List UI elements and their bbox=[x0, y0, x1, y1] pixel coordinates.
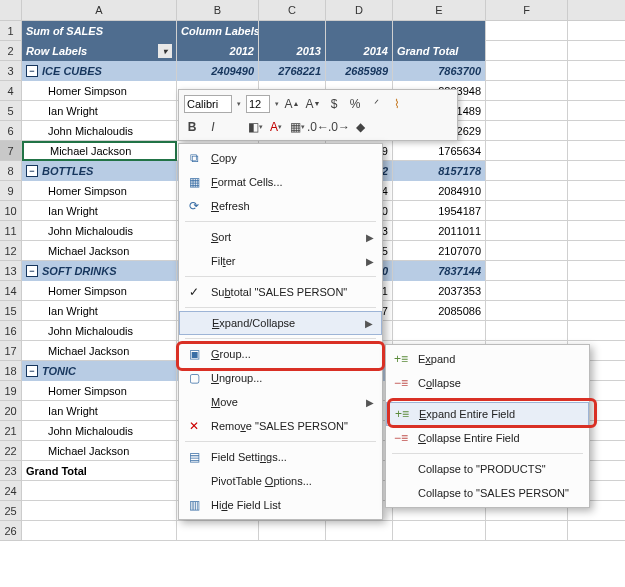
ctx-remove[interactable]: ✕Remove "SALES PERSON" bbox=[179, 414, 382, 438]
cell[interactable] bbox=[486, 81, 568, 101]
person-cell[interactable]: John Michaloudis bbox=[22, 321, 177, 341]
row-header-10[interactable]: 10 bbox=[0, 201, 22, 221]
cell[interactable] bbox=[259, 21, 326, 41]
cell[interactable]: 2685989 bbox=[326, 61, 393, 81]
col-header-A[interactable]: A bbox=[22, 0, 177, 20]
cell[interactable] bbox=[486, 21, 568, 41]
cell[interactable] bbox=[486, 201, 568, 221]
font-name-dropdown-icon[interactable]: ▾ bbox=[237, 100, 241, 108]
cell[interactable] bbox=[486, 141, 568, 161]
cell[interactable] bbox=[486, 121, 568, 141]
person-cell[interactable]: Homer Simpson bbox=[22, 181, 177, 201]
person-cell[interactable]: John Michaloudis bbox=[22, 121, 177, 141]
year-2014[interactable]: 2014 bbox=[326, 41, 393, 61]
row-header-24[interactable]: 24 bbox=[0, 481, 22, 501]
cell[interactable]: 1954187 bbox=[393, 201, 486, 221]
person-cell[interactable]: Michael Jackson bbox=[22, 341, 177, 361]
cell[interactable] bbox=[22, 481, 177, 501]
person-cell[interactable]: Ian Wright bbox=[22, 401, 177, 421]
sub-collapse-entire-field[interactable]: −≡Collapse Entire Field bbox=[386, 426, 589, 450]
decrease-decimal-icon[interactable]: .0← bbox=[310, 119, 326, 135]
person-cell[interactable]: Homer Simpson bbox=[22, 281, 177, 301]
row-header-22[interactable]: 22 bbox=[0, 441, 22, 461]
year-2013[interactable]: 2013 bbox=[259, 41, 326, 61]
font-name-input[interactable] bbox=[184, 95, 232, 113]
ctx-group[interactable]: ▣Group... bbox=[179, 342, 382, 366]
cell[interactable]: 2085086 bbox=[393, 301, 486, 321]
person-cell[interactable]: Homer Simpson bbox=[22, 381, 177, 401]
col-header-D[interactable]: D bbox=[326, 0, 393, 20]
cell[interactable]: 2037353 bbox=[393, 281, 486, 301]
row-header-11[interactable]: 11 bbox=[0, 221, 22, 241]
column-labels-dropdown[interactable]: Column Labels▾ bbox=[177, 21, 259, 41]
sub-expand-entire-field[interactable]: +≡Expand Entire Field bbox=[386, 402, 589, 426]
cell[interactable]: 2084910 bbox=[393, 181, 486, 201]
row-header-3[interactable]: 3 bbox=[0, 61, 22, 81]
ctx-filter[interactable]: Filter▶ bbox=[179, 249, 382, 273]
person-cell[interactable]: Michael Jackson bbox=[22, 141, 177, 161]
italic-icon[interactable]: I bbox=[205, 119, 221, 135]
row-header-2[interactable]: 2 bbox=[0, 41, 22, 61]
cell[interactable] bbox=[486, 221, 568, 241]
row-header-7[interactable]: 7 bbox=[0, 141, 22, 161]
col-header-E[interactable]: E bbox=[393, 0, 486, 20]
sub-collapse-salesperson[interactable]: Collapse to "SALES PERSON" bbox=[386, 481, 589, 505]
person-cell[interactable]: Ian Wright bbox=[22, 301, 177, 321]
cell[interactable]: 7837144 bbox=[393, 261, 486, 281]
ctx-format-cells[interactable]: ▦Format Cells... bbox=[179, 170, 382, 194]
row-header-4[interactable]: 4 bbox=[0, 81, 22, 101]
row-header-8[interactable]: 8 bbox=[0, 161, 22, 181]
row-header-13[interactable]: 13 bbox=[0, 261, 22, 281]
cell[interactable]: 2107070 bbox=[393, 241, 486, 261]
row-labels-dropdown-icon[interactable]: ▾ bbox=[158, 44, 172, 58]
col-header-C[interactable]: C bbox=[259, 0, 326, 20]
ctx-expand-collapse[interactable]: Expand/Collapse▶ bbox=[179, 311, 382, 335]
grand-total-row[interactable]: Grand Total bbox=[22, 461, 177, 481]
person-cell[interactable]: Ian Wright bbox=[22, 101, 177, 121]
row-header-9[interactable]: 9 bbox=[0, 181, 22, 201]
col-header-F[interactable]: F bbox=[486, 0, 568, 20]
ctx-pivot-options[interactable]: PivotTable Options... bbox=[179, 469, 382, 493]
cell[interactable]: 2409490 bbox=[177, 61, 259, 81]
row-header-6[interactable]: 6 bbox=[0, 121, 22, 141]
cell[interactable] bbox=[486, 61, 568, 81]
cell[interactable] bbox=[22, 521, 177, 541]
font-size-input[interactable] bbox=[246, 95, 270, 113]
cell[interactable] bbox=[486, 181, 568, 201]
row-header-5[interactable]: 5 bbox=[0, 101, 22, 121]
more-icon[interactable]: ◆ bbox=[352, 119, 368, 135]
row-header-17[interactable]: 17 bbox=[0, 341, 22, 361]
cell[interactable] bbox=[486, 261, 568, 281]
cell[interactable]: 2768221 bbox=[259, 61, 326, 81]
row-header-25[interactable]: 25 bbox=[0, 501, 22, 521]
group-tonic[interactable]: − TONIC bbox=[22, 361, 177, 381]
row-header-20[interactable]: 20 bbox=[0, 401, 22, 421]
row-labels-dropdown[interactable]: Row Labels▾ bbox=[22, 41, 177, 61]
year-2012[interactable]: 2012 bbox=[177, 41, 259, 61]
cell[interactable] bbox=[486, 41, 568, 61]
currency-icon[interactable]: $ bbox=[326, 96, 342, 112]
cell[interactable] bbox=[393, 21, 486, 41]
increase-decimal-icon[interactable]: .0→ bbox=[331, 119, 347, 135]
cell[interactable] bbox=[486, 321, 568, 341]
cell[interactable] bbox=[486, 301, 568, 321]
decrease-font-icon[interactable]: A▼ bbox=[305, 96, 321, 112]
cell[interactable] bbox=[486, 161, 568, 181]
cell[interactable]: 7863700 bbox=[393, 61, 486, 81]
row-header-23[interactable]: 23 bbox=[0, 461, 22, 481]
row-header-16[interactable]: 16 bbox=[0, 321, 22, 341]
row-header-18[interactable]: 18 bbox=[0, 361, 22, 381]
sum-of-sales-label[interactable]: Sum of SALES bbox=[22, 21, 177, 41]
increase-font-icon[interactable]: A▲ bbox=[284, 96, 300, 112]
person-cell[interactable]: Ian Wright bbox=[22, 201, 177, 221]
ctx-sort[interactable]: Sort▶ bbox=[179, 225, 382, 249]
font-color-icon[interactable]: A▾ bbox=[268, 119, 284, 135]
person-cell[interactable]: Homer Simpson bbox=[22, 81, 177, 101]
group-soft-drinks[interactable]: − SOFT DRINKS bbox=[22, 261, 177, 281]
bold-icon[interactable]: B bbox=[184, 119, 200, 135]
collapse-button[interactable]: − bbox=[26, 65, 38, 77]
ctx-ungroup[interactable]: ▢Ungroup... bbox=[179, 366, 382, 390]
comma-icon[interactable]: ᐟ bbox=[368, 96, 384, 112]
cell[interactable]: 2011011 bbox=[393, 221, 486, 241]
row-header-1[interactable]: 1 bbox=[0, 21, 22, 41]
